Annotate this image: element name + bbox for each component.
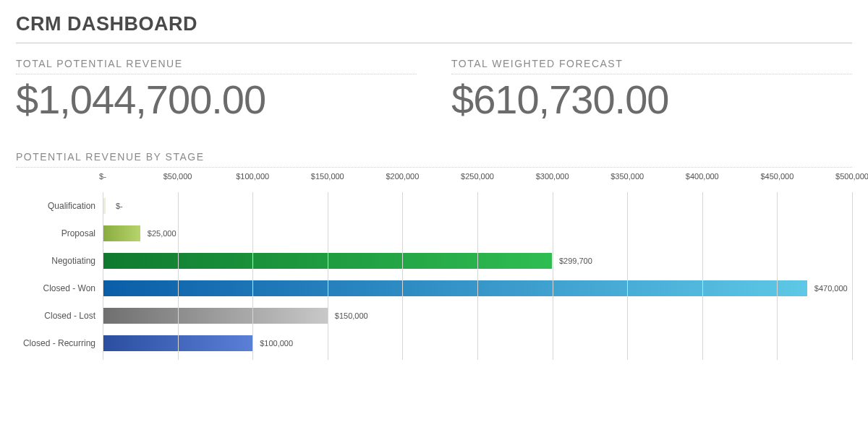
bar-value-label: $100,000 xyxy=(260,339,293,348)
chart-section-label: POTENTIAL REVENUE BY STAGE xyxy=(16,151,852,168)
chart-area: Qualification Proposal Negotiating Close… xyxy=(16,172,852,360)
category-label: Proposal xyxy=(16,220,103,247)
gridline xyxy=(477,192,478,360)
category-label: Closed - Lost xyxy=(16,302,103,329)
x-tick-label: $50,000 xyxy=(163,172,192,181)
title-divider xyxy=(16,43,852,43)
x-tick-label: $150,000 xyxy=(311,172,344,181)
page-title: CRM DASHBOARD xyxy=(16,13,852,35)
category-label: Closed - Won xyxy=(16,275,103,302)
x-tick-label: $300,000 xyxy=(536,172,569,181)
bar-value-label: $470,000 xyxy=(814,284,848,293)
kpi-value: $1,044,700.00 xyxy=(16,77,417,122)
kpi-label: TOTAL WEIGHTED FORECAST xyxy=(451,58,852,74)
kpi-weighted-forecast: TOTAL WEIGHTED FORECAST $610,730.00 xyxy=(451,58,852,122)
category-label: Closed - Recurring xyxy=(16,329,103,357)
gridline xyxy=(252,192,253,360)
gridline xyxy=(402,192,403,360)
x-tick-label: $250,000 xyxy=(461,172,494,181)
gridline xyxy=(702,192,703,360)
category-label: Qualification xyxy=(16,192,103,220)
gridline xyxy=(178,192,179,360)
gridline xyxy=(777,192,778,360)
x-tick-label: $400,000 xyxy=(686,172,719,181)
bar: $150,000 xyxy=(103,308,328,324)
gridline xyxy=(328,192,328,360)
bar: $25,000 xyxy=(103,225,140,241)
kpi-row: TOTAL POTENTIAL REVENUE $1,044,700.00 TO… xyxy=(16,58,852,122)
gridline xyxy=(852,192,853,360)
x-tick-label: $200,000 xyxy=(386,172,419,181)
kpi-value: $610,730.00 xyxy=(451,77,852,122)
x-tick-label: $100,000 xyxy=(236,172,269,181)
bar-value-label: $299,700 xyxy=(559,257,592,265)
category-label: Negotiating xyxy=(16,247,103,275)
gridline xyxy=(627,192,628,360)
x-tick-label: $- xyxy=(99,172,106,181)
x-tick-label: $450,000 xyxy=(760,172,793,181)
x-tick-label: $350,000 xyxy=(610,172,644,181)
category-axis: Qualification Proposal Negotiating Close… xyxy=(16,172,103,360)
bar-value-label: $25,000 xyxy=(148,229,176,238)
x-tick-label: $500,000 xyxy=(835,172,868,181)
chart-section: POTENTIAL REVENUE BY STAGE Qualification… xyxy=(16,151,852,360)
gridline xyxy=(553,192,553,360)
kpi-label: TOTAL POTENTIAL REVENUE xyxy=(16,58,417,74)
bar-value-label: $150,000 xyxy=(335,311,368,320)
x-axis-ticks: $-$50,000$100,000$150,000$200,000$250,00… xyxy=(103,172,852,192)
bar: $470,000 xyxy=(103,280,807,296)
gridline xyxy=(103,192,103,360)
bar-value-label: $- xyxy=(116,202,123,210)
dashboard-page: CRM DASHBOARD TOTAL POTENTIAL REVENUE $1… xyxy=(0,0,868,448)
plot-area: $-$50,000$100,000$150,000$200,000$250,00… xyxy=(103,172,852,360)
kpi-potential-revenue: TOTAL POTENTIAL REVENUE $1,044,700.00 xyxy=(16,58,417,122)
